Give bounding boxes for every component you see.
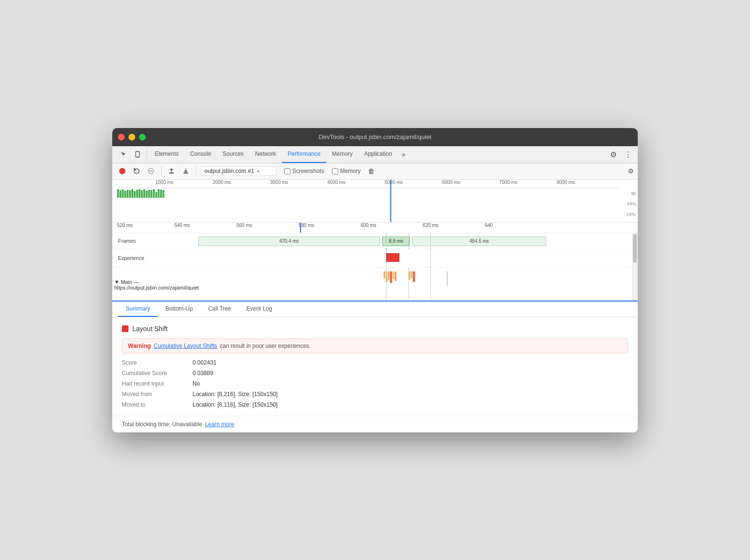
fps-bar — [158, 189, 160, 198]
scrollbar-thumb[interactable] — [633, 234, 637, 263]
fps-bar — [127, 190, 129, 198]
tab-bottom-up[interactable]: Bottom-Up — [158, 302, 200, 317]
main-dashed-2 — [408, 268, 409, 302]
more-options-btn[interactable]: ⋮ — [622, 148, 634, 161]
learn-more-link[interactable]: Learn more — [205, 421, 234, 428]
exp-dashed-1 — [386, 249, 386, 267]
tab-group: Elements Console Sources Network Perform… — [116, 146, 608, 163]
fps-bar — [150, 190, 152, 198]
titlebar: DevTools - output.jsbin.com/zajamil/quie… — [112, 128, 638, 146]
summary-content: Layout Shift Warning Cumulative Layout S… — [112, 317, 638, 416]
dashed-line-1 — [386, 233, 386, 249]
record-btn[interactable] — [116, 166, 129, 176]
dashed-line-2 — [408, 233, 409, 249]
main-bar-9 — [413, 271, 415, 282]
fps-label-2: FPS — [620, 199, 636, 209]
ruler-mark-7: 7000 ms — [499, 180, 517, 185]
svg-point-1 — [137, 156, 138, 157]
cumulative-key: Cumulative Score — [122, 370, 189, 377]
cumulative-val: 0.03889 — [193, 370, 213, 377]
traffic-lights — [118, 134, 146, 140]
maximize-button[interactable] — [139, 134, 146, 140]
main-bar-3 — [388, 271, 389, 280]
minimize-button[interactable] — [129, 134, 135, 140]
fps-bar — [134, 191, 136, 198]
bottom-panel: Summary Bottom-Up Call Tree Event Log La… — [112, 302, 638, 432]
screenshots-checkbox[interactable] — [284, 168, 290, 174]
exp-dashed-2 — [430, 249, 431, 267]
info-table: Score 0.002431 Cumulative Score 0.03889 … — [122, 359, 628, 408]
close-button[interactable] — [118, 134, 125, 140]
fps-bar — [141, 190, 143, 198]
cursor-icon-btn[interactable] — [116, 149, 130, 160]
settings-icon-btn[interactable]: ⚙ — [608, 148, 619, 161]
devtools-window: DevTools - output.jsbin.com/zajamil/quie… — [112, 128, 638, 432]
main-bar-1 — [384, 271, 385, 278]
tab-summary[interactable]: Summary — [118, 302, 158, 317]
had-recent-key: Had recent input — [122, 380, 189, 387]
dashed-line-3 — [430, 233, 431, 249]
memory-option: Memory — [332, 168, 361, 174]
tab-network[interactable]: Network — [249, 146, 282, 163]
fps-bar — [155, 192, 157, 198]
mobile-icon-btn[interactable] — [130, 149, 145, 160]
tab-event-log[interactable]: Event Log — [239, 302, 280, 317]
more-tabs-btn[interactable]: » — [398, 151, 409, 158]
ruler-mark-8: 8000 ms — [557, 180, 575, 185]
tab-call-tree[interactable]: Call Tree — [201, 302, 239, 317]
tab-performance[interactable]: Performance — [282, 146, 326, 163]
toolbar-settings-btn[interactable]: ⚙ — [628, 167, 634, 175]
main-bar-6 — [395, 271, 396, 281]
layout-shift-marker — [386, 253, 399, 262]
tab-elements[interactable]: Elements — [149, 146, 184, 163]
experience-content — [198, 249, 638, 267]
main-dashed-1 — [386, 268, 386, 302]
detail-timeline[interactable]: 520 ms 540 ms 560 ms 580 ms 600 ms 620 m… — [112, 223, 638, 302]
frames-bar-1: 470.4 ms — [198, 237, 380, 246]
score-row: Score 0.002431 — [122, 359, 628, 366]
ruler-mark-5: 5000 ms — [385, 180, 403, 185]
timeline-scrollbar[interactable] — [632, 233, 638, 301]
download-btn[interactable] — [180, 166, 192, 176]
tab-sources[interactable]: Sources — [217, 146, 249, 163]
fps-bar — [160, 190, 162, 198]
detail-tick-1: 540 ms — [174, 223, 190, 228]
warning-label: Warning — [128, 343, 151, 349]
footer-text: Total blocking time: Unavailable — [122, 421, 202, 428]
layout-shift-label: Layout Shift — [132, 325, 168, 333]
main-bar-5 — [393, 271, 394, 279]
ruler-mark-6: 6000 ms — [442, 180, 460, 185]
main-bar-4 — [390, 271, 392, 283]
cumulative-row: Cumulative Score 0.03889 — [122, 370, 628, 377]
cls-link[interactable]: Cumulative Layout Shifts — [154, 343, 217, 349]
overview-timeline[interactable]: 1000 ms 2000 ms 3000 ms 4000 ms 5000 ms … — [112, 180, 638, 223]
svg-point-2 — [119, 168, 125, 174]
url-selector[interactable]: output.jsbin.com #1 ▾ — [200, 166, 277, 176]
layout-shift-title: Layout Shift — [122, 325, 628, 333]
moved-from-val: Location: [8,216], Size: [150x150] — [193, 391, 278, 398]
toolbar-sep-2 — [196, 166, 196, 176]
fps-label: 90 — [620, 188, 636, 199]
stop-btn[interactable] — [145, 166, 157, 176]
warning-text: can result in poor user experiences. — [220, 343, 311, 349]
detail-tick-4: 600 ms — [361, 223, 376, 228]
nav-tabs: Elements Console Sources Network Perform… — [112, 146, 638, 163]
memory-checkbox[interactable] — [332, 168, 338, 174]
fps-bar — [139, 189, 140, 198]
memory-label: Memory — [340, 168, 361, 174]
had-recent-val: No — [193, 380, 200, 387]
main-dashed-3 — [430, 268, 431, 302]
upload-btn[interactable] — [165, 166, 178, 176]
fps-bar — [124, 191, 126, 198]
reload-btn[interactable] — [130, 166, 143, 176]
fps-bar — [153, 189, 155, 198]
clear-btn[interactable]: 🗑 — [366, 166, 376, 176]
ruler-mark-2: 2000 ms — [213, 180, 231, 185]
tab-console[interactable]: Console — [184, 146, 217, 163]
tab-memory[interactable]: Memory — [326, 146, 358, 163]
fps-bar — [143, 189, 145, 198]
main-bar-8 — [411, 271, 412, 278]
cpu-label: CPU — [620, 209, 636, 220]
tab-application[interactable]: Application — [358, 146, 398, 163]
frames-bar-3: 484.6 ms — [412, 237, 546, 246]
